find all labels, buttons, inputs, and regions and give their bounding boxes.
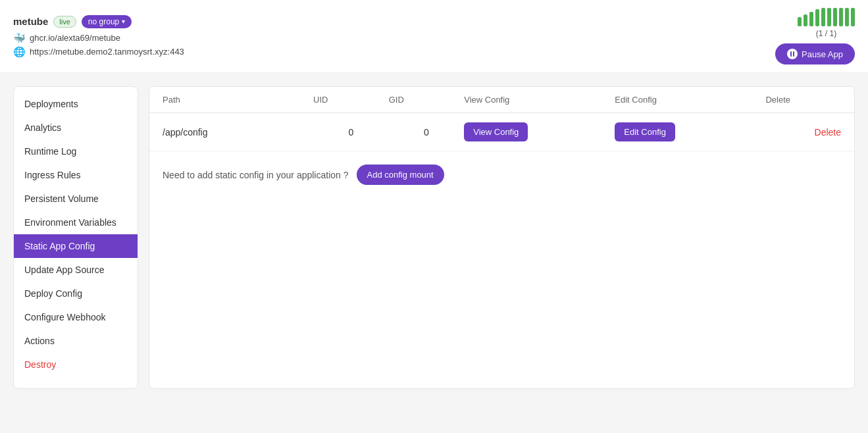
sidebar-item-static-app-config[interactable]: Static App Config	[14, 234, 138, 258]
table-header-view-config: View Config	[464, 95, 615, 105]
sidebar-item-deploy-config[interactable]: Deploy Config	[14, 282, 138, 305]
sidebar-item-analytics[interactable]: Analytics	[14, 116, 138, 140]
cell-path: /app/config	[163, 127, 313, 138]
sidebar-item-persistent-volume[interactable]: Persistent Volume	[14, 187, 138, 211]
app-header: metube live no group ▾ 🐳 ghcr.io/alexta6…	[0, 0, 868, 73]
docker-icon: 🐳	[13, 32, 26, 44]
signal-bar-1	[804, 14, 807, 26]
cell-delete[interactable]: Delete	[765, 127, 841, 138]
signal-bar-0	[798, 17, 802, 26]
app-name: metube	[13, 16, 48, 27]
content-panel: PathUIDGIDView ConfigEdit ConfigDelete /…	[149, 86, 855, 389]
url-row: 🌐 https://metube.demo2.tanmoysrt.xyz:443	[13, 46, 184, 58]
edit-config-button[interactable]: Edit Config	[615, 122, 675, 141]
header-left: metube live no group ▾ 🐳 ghcr.io/alexta6…	[13, 15, 184, 58]
pause-icon	[787, 49, 798, 59]
signal-bar-7	[839, 8, 843, 26]
image-row: 🐳 ghcr.io/alexta69/metube	[13, 32, 184, 44]
group-badge-label: no group	[88, 17, 119, 26]
table-header-gid: GID	[389, 95, 465, 105]
group-badge[interactable]: no group ▾	[82, 15, 132, 28]
header-top: metube live no group ▾	[13, 15, 184, 28]
table-row: /app/config00View ConfigEdit ConfigDelet…	[149, 113, 854, 151]
signal-count: (1 / 1)	[816, 29, 836, 38]
signal-bar-3	[815, 9, 819, 26]
signal-bar-8	[845, 8, 849, 26]
image-url: ghcr.io/alexta69/metube	[30, 33, 120, 43]
sidebar-item-actions[interactable]: Actions	[14, 329, 138, 353]
cell-edit-config: Edit Config	[615, 122, 765, 141]
sidebar-item-configure-webhook[interactable]: Configure Webhook	[14, 305, 138, 329]
signal-bar-6	[833, 8, 837, 26]
view-config-button[interactable]: View Config	[464, 122, 528, 141]
sidebar: DeploymentsAnalyticsRuntime LogIngress R…	[13, 86, 138, 389]
live-badge: live	[53, 16, 76, 28]
table-header-edit-config: Edit Config	[615, 95, 765, 105]
sidebar-item-environment-variables[interactable]: Environment Variables	[14, 211, 138, 234]
main-content: DeploymentsAnalyticsRuntime LogIngress R…	[0, 73, 868, 402]
app-url-link[interactable]: https://metube.demo2.tanmoysrt.xyz:443	[30, 47, 184, 57]
signal-bar-4	[821, 8, 825, 26]
globe-icon: 🌐	[13, 46, 26, 58]
table-header-delete: Delete	[765, 95, 841, 105]
sidebar-item-ingress-rules[interactable]: Ingress Rules	[14, 163, 138, 187]
table-header-path: Path	[163, 95, 313, 105]
sidebar-item-destroy[interactable]: Destroy	[14, 353, 138, 376]
cell-gid: 0	[389, 127, 465, 138]
cell-uid: 0	[313, 127, 389, 138]
chevron-down-icon: ▾	[122, 18, 125, 25]
signal-bar-5	[827, 8, 831, 26]
add-config-row: Need to add static config in your applic…	[149, 151, 854, 198]
add-config-mount-button[interactable]: Add config mount	[357, 165, 444, 185]
cell-view-config: View Config	[464, 122, 615, 141]
signal-bar-2	[809, 12, 813, 26]
add-config-prompt: Need to add static config in your applic…	[163, 170, 349, 180]
table-header-uid: UID	[313, 95, 389, 105]
table-body: /app/config00View ConfigEdit ConfigDelet…	[149, 113, 854, 151]
pause-icon-inner	[790, 51, 794, 57]
sidebar-item-runtime-log[interactable]: Runtime Log	[14, 140, 138, 163]
sidebar-item-deployments[interactable]: Deployments	[14, 92, 138, 116]
header-meta: 🐳 ghcr.io/alexta69/metube 🌐 https://metu…	[13, 32, 184, 58]
table-header: PathUIDGIDView ConfigEdit ConfigDelete	[149, 87, 854, 113]
pause-button-label: Pause App	[802, 49, 843, 59]
signal-bars	[798, 8, 855, 26]
pause-app-button[interactable]: Pause App	[775, 43, 855, 64]
sidebar-item-update-app-source[interactable]: Update App Source	[14, 258, 138, 282]
header-right: (1 / 1) Pause App	[775, 8, 855, 64]
signal-bar-9	[851, 8, 855, 26]
